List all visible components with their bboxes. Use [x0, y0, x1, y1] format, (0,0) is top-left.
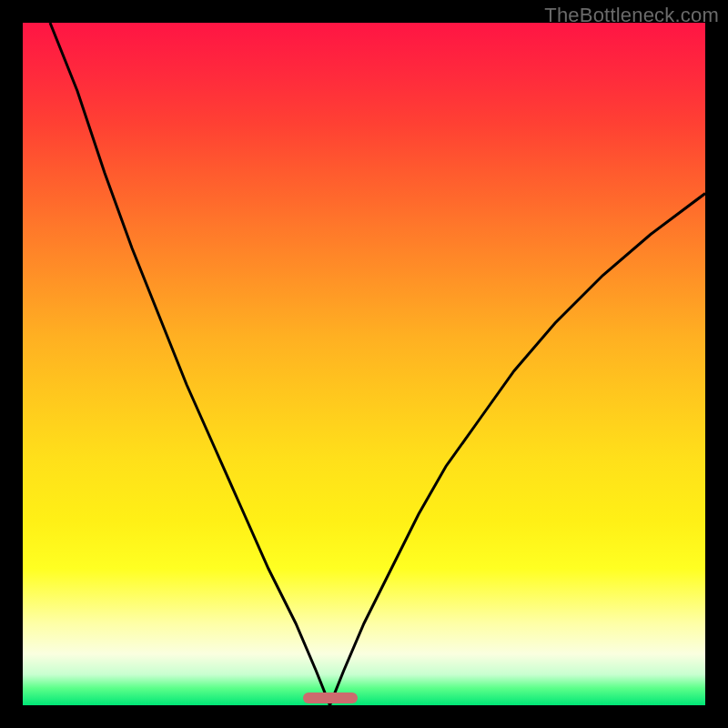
- optimum-marker: [303, 693, 358, 703]
- right-curve-path: [330, 194, 706, 706]
- watermark-text: TheBottleneck.com: [544, 4, 719, 27]
- bottleneck-curves: [23, 23, 705, 705]
- chart-frame: [23, 23, 705, 705]
- left-curve-path: [50, 23, 330, 705]
